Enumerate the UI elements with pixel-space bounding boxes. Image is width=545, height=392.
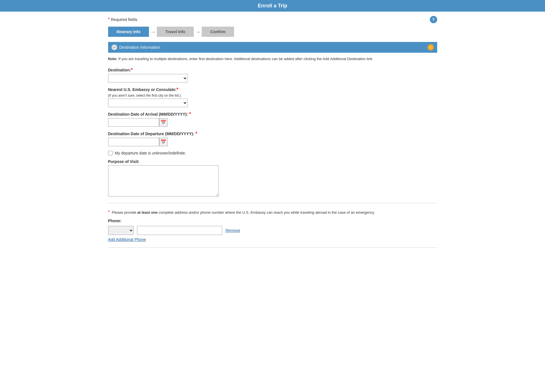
phone-number-input[interactable] [137, 226, 222, 235]
phone-row: Remove [108, 226, 437, 235]
arrival-date-input-group: 📅 [108, 118, 437, 127]
wizard-step-confirm[interactable]: Confirm [202, 27, 234, 37]
required-note-row: * Required fields ? [108, 16, 437, 23]
arrival-date-label: Destination Date of Arrival (MM/DD/YYYY)… [108, 112, 437, 117]
purpose-textarea[interactable] [108, 165, 219, 196]
embassy-label: Nearest U.S. Embassy or Consulate:* [108, 87, 437, 92]
bottom-divider [108, 247, 437, 248]
header-title: Enroll a Trip [258, 3, 287, 9]
note-text: If you are traveling to multiple destina… [118, 57, 373, 61]
required-note-text: Required fields [111, 17, 137, 22]
unknown-departure-checkbox[interactable] [108, 151, 113, 155]
arrival-calendar-icon: 📅 [161, 120, 166, 125]
arrival-calendar-button[interactable]: 📅 [159, 118, 168, 127]
wizard-arrow-1: → [150, 29, 156, 35]
destination-note: Note: If you are traveling to multiple d… [108, 56, 437, 62]
destination-select[interactable] [108, 74, 188, 82]
phone-label: Phone: [108, 219, 437, 223]
departure-date-group: Destination Date of Departure (MM/DD/YYY… [108, 131, 437, 146]
departure-date-input[interactable] [108, 138, 159, 146]
embassy-sublabel: (If you aren't sure, select the first ci… [108, 94, 437, 98]
departure-calendar-icon: 📅 [161, 139, 166, 145]
help-icon[interactable]: ? [430, 16, 437, 23]
purpose-label: Purpose of Visit: [108, 159, 437, 164]
unknown-departure-group: My departure date is unknown/indefinite. [108, 151, 437, 155]
arrival-date-group: Destination Date of Arrival (MM/DD/YYYY)… [108, 112, 437, 127]
section-divider [108, 203, 437, 203]
section-header-left: − Destination Information [111, 45, 160, 50]
phone-type-select[interactable] [108, 226, 134, 235]
page-title: Enroll a Trip [0, 0, 545, 12]
remove-phone-link[interactable]: Remove [226, 228, 240, 233]
purpose-group: Purpose of Visit: [108, 159, 437, 197]
departure-calendar-button[interactable]: 📅 [159, 138, 168, 146]
embassy-select[interactable] [108, 99, 188, 107]
destination-section-header: − Destination Information ! [108, 42, 437, 53]
at-least-one-text: at least one [137, 210, 158, 215]
wizard-step-itinerary[interactable]: Itinerary Info [108, 27, 149, 37]
required-star: * [108, 17, 110, 22]
wizard-arrow-2: → [195, 29, 201, 35]
wizard-step-travel[interactable]: Travel Info [157, 27, 194, 37]
note-prefix: Note: [108, 57, 117, 61]
departure-date-input-group: 📅 [108, 138, 437, 146]
unknown-departure-label: My departure date is unknown/indefinite. [115, 151, 186, 155]
add-phone-row: Add Additional Phone [108, 237, 437, 242]
embassy-group: Nearest U.S. Embassy or Consulate:* (If … [108, 87, 437, 107]
section-title: Destination Information [119, 45, 160, 50]
required-note-left: * Required fields [108, 17, 138, 22]
destination-label: Destination:* [108, 67, 437, 73]
wizard-steps: Itinerary Info → Travel Info → Confirm [108, 27, 437, 37]
warning-icon[interactable]: ! [428, 44, 434, 50]
departure-date-label: Destination Date of Departure (MM/DD/YYY… [108, 131, 437, 136]
collapse-icon[interactable]: − [111, 45, 117, 50]
destination-group: Destination:* [108, 67, 437, 82]
embassy-contact-note: * Please provide at least one complete a… [108, 209, 437, 216]
arrival-date-input[interactable] [108, 118, 159, 127]
add-additional-phone-link[interactable]: Add Additional Phone [108, 237, 146, 242]
